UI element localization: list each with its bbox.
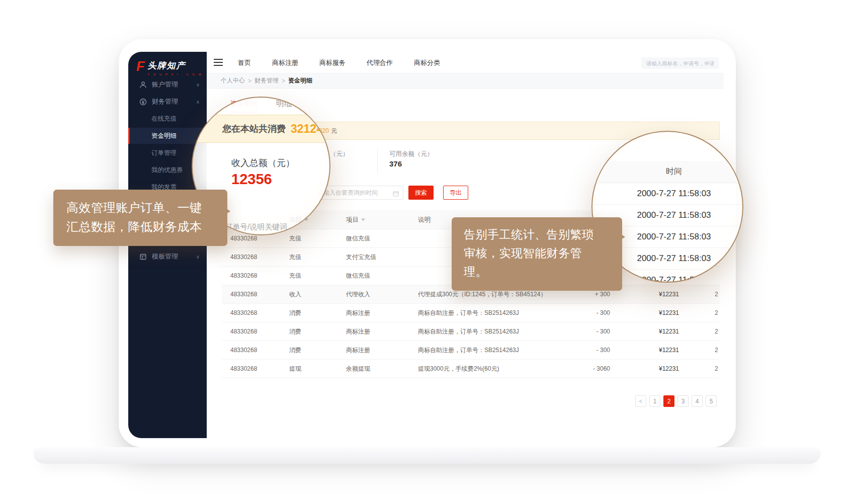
cell-type: 充值 bbox=[289, 234, 301, 243]
cell-type: 消费 bbox=[289, 309, 301, 317]
topbar: 首页商标注册商标服务代理合作商标分类 bbox=[207, 52, 724, 73]
cell-project: 余额提现 bbox=[346, 365, 370, 373]
pagination-page-4[interactable]: 4 bbox=[692, 395, 703, 407]
sidebar-group-template[interactable]: 模板管理 ∨ bbox=[128, 248, 207, 265]
sidebar-item-资金明细[interactable]: 资金明细 bbox=[128, 128, 207, 144]
cell-amount: + 300 bbox=[569, 291, 610, 298]
cell-balance: ¥12231 bbox=[634, 309, 679, 316]
pagination-page-5[interactable]: 5 bbox=[706, 395, 717, 407]
breadcrumb-item-1[interactable]: 个人中心 bbox=[221, 76, 245, 85]
cell-description: 代理提成300元（ID:1245，订单号：SB45124） bbox=[418, 290, 584, 299]
magnified-time-header: 时间 bbox=[592, 161, 742, 183]
pagination-page-3[interactable]: 3 bbox=[677, 395, 689, 407]
cell-description: 商标自助注册，订单号：SB2514263J bbox=[418, 327, 584, 336]
nav-tab-4[interactable]: 代理合作 bbox=[367, 58, 393, 67]
user-icon bbox=[139, 81, 147, 89]
breadcrumb: 个人中心>财务管理>资金明细 bbox=[207, 73, 724, 89]
stat-divider bbox=[377, 148, 378, 173]
cell-balance: ¥12231 bbox=[634, 328, 679, 335]
template-icon bbox=[139, 253, 147, 261]
hamburger-menu-icon[interactable] bbox=[214, 59, 223, 68]
calendar-icon[interactable] bbox=[393, 190, 399, 199]
brand-logo-icon: F bbox=[136, 60, 145, 73]
cell-project: 微信充值 bbox=[346, 234, 370, 243]
pagination-page-2[interactable]: 2 bbox=[663, 395, 674, 407]
callout-right: 告别手工统计、告别繁琐 审核，实现智能财务管 理。 bbox=[452, 217, 622, 291]
brand-subtext: T O U P A I . C O M bbox=[148, 73, 203, 76]
nav-tab-1[interactable]: 首页 bbox=[238, 58, 251, 67]
cell-description: 提现3000元，手续费2%(60元) bbox=[418, 365, 584, 373]
table-row[interactable]: 48330268消费商标注册商标自助注册，订单号：SB2514263J- 300… bbox=[222, 304, 720, 322]
breadcrumb-item-2[interactable]: 财务管理 bbox=[254, 76, 279, 85]
magnified-income-label: 收入总额（元） bbox=[231, 157, 295, 169]
banner-unit: 元 bbox=[331, 127, 337, 135]
breadcrumb-separator: > bbox=[248, 77, 251, 85]
cell-amount: - 300 bbox=[569, 309, 610, 316]
magnified-banner: 您在本站共消费 32124 bbox=[192, 115, 330, 143]
nav-tab-3[interactable]: 商标服务 bbox=[319, 58, 346, 67]
cell-order-number: 48330268 bbox=[230, 291, 257, 298]
sidebar-group-label: 模板管理 bbox=[152, 252, 178, 261]
chevron-up-icon: ∧ bbox=[196, 99, 200, 105]
table-row[interactable]: 48330268提现余额提现提现3000元，手续费2%(60元)- 3060¥1… bbox=[222, 360, 720, 378]
sidebar-group-account[interactable]: 账户管理 ∨ bbox=[128, 76, 207, 93]
cell-project: 商标注册 bbox=[346, 309, 370, 317]
cell-balance: ¥12231 bbox=[634, 365, 679, 372]
cell-type: 消费 bbox=[289, 346, 301, 355]
pagination-prev-button[interactable]: < bbox=[635, 395, 646, 407]
cell-amount: - 300 bbox=[569, 328, 610, 335]
breadcrumb-item-3[interactable]: 资金明细 bbox=[288, 76, 312, 85]
table-row[interactable]: 48330268消费商标注册商标自助注册，订单号：SB2514263J- 300… bbox=[222, 322, 720, 341]
cell-type: 提现 bbox=[289, 365, 301, 373]
magnified-banner-prefix: 您在本站共消费 bbox=[222, 123, 286, 135]
laptop-base bbox=[33, 447, 821, 464]
cell-time-clipped: 2 bbox=[715, 291, 720, 298]
cell-order-number: 48330268 bbox=[230, 347, 257, 354]
chevron-down-icon: ∨ bbox=[196, 254, 200, 260]
export-button[interactable]: 导出 bbox=[443, 186, 468, 200]
cell-order-number: 48330268 bbox=[230, 235, 257, 242]
cell-balance: ¥12231 bbox=[634, 291, 679, 298]
brand-logo[interactable]: F 头牌知产 T O U P A I . C O M bbox=[136, 60, 203, 76]
cell-project: 支付宝充值 bbox=[346, 253, 376, 262]
cell-time-clipped: 2 bbox=[715, 309, 720, 316]
cell-project: 商标注册 bbox=[346, 327, 370, 336]
breadcrumb-separator: > bbox=[282, 77, 285, 85]
cell-order-number: 48330268 bbox=[230, 254, 257, 261]
sort-caret-icon bbox=[361, 218, 365, 221]
cell-type: 充值 bbox=[289, 272, 301, 280]
trademark-search-input[interactable] bbox=[641, 57, 719, 69]
cell-time-clipped: 2 bbox=[715, 365, 720, 372]
pagination: <12345 bbox=[635, 395, 717, 407]
cell-project: 微信充值 bbox=[346, 272, 370, 280]
cell-order-number: 48330268 bbox=[230, 365, 257, 372]
sidebar-group-label: 财务管理 bbox=[152, 97, 178, 106]
cell-time-clipped: 2 bbox=[715, 328, 720, 335]
cell-amount: - 3060 bbox=[569, 365, 610, 372]
nav-tab-2[interactable]: 商标注册 bbox=[272, 58, 298, 67]
callout-left: 高效管理账户订单、一键 汇总数据，降低财务成本 bbox=[53, 190, 227, 246]
sidebar-group-finance[interactable]: 财务管理 ∧ bbox=[128, 94, 207, 110]
cell-project: 代理收入 bbox=[346, 290, 370, 299]
nav-tab-5[interactable]: 商标分类 bbox=[414, 58, 440, 67]
brand-name: 头牌知产 bbox=[148, 60, 203, 71]
search-button[interactable]: 搜索 bbox=[408, 186, 434, 200]
sidebar-item-在线充值[interactable]: 在线充值 bbox=[128, 111, 207, 127]
pagination-page-1[interactable]: 1 bbox=[649, 395, 660, 407]
cell-time-clipped: 2 bbox=[715, 347, 720, 354]
top-navigation: 首页商标注册商标服务代理合作商标分类 bbox=[238, 52, 440, 73]
cell-order-number: 48330268 bbox=[230, 328, 257, 335]
cell-order-number: 48330268 bbox=[230, 272, 257, 279]
table-row[interactable]: 48330268消费商标注册商标自助注册，订单号：SB2514263J- 300… bbox=[222, 341, 720, 360]
cell-project: 商标注册 bbox=[346, 346, 370, 355]
magnified-time-row: 2000-7-27 11:58:03 bbox=[592, 183, 742, 205]
cell-order-number: 48330268 bbox=[230, 309, 257, 316]
cell-description: 商标自助注册，订单号：SB2514263J bbox=[418, 309, 584, 317]
sidebar-group-label: 账户管理 bbox=[152, 80, 178, 89]
finance-icon bbox=[139, 98, 147, 106]
cell-type: 消费 bbox=[289, 327, 301, 336]
cell-amount: - 300 bbox=[569, 347, 610, 354]
cell-type: 充值 bbox=[289, 253, 301, 262]
balance-value: 376 bbox=[389, 159, 402, 168]
header-project[interactable]: 项目 bbox=[346, 215, 365, 224]
